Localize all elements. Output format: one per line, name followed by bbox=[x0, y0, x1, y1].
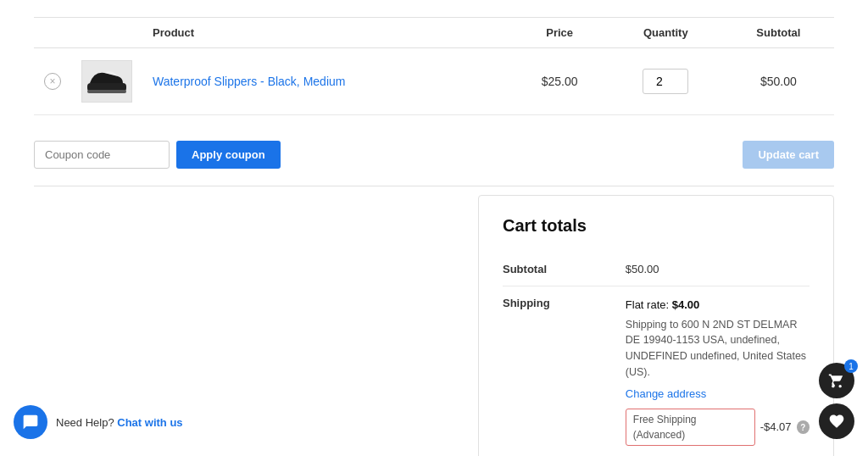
product-name-link[interactable]: Waterproof Slippers - Black, Medium bbox=[153, 75, 345, 88]
chat-bubble-button[interactable] bbox=[14, 405, 47, 439]
floating-wishlist-button[interactable] bbox=[819, 403, 854, 439]
subtotal-value: $50.00 bbox=[626, 253, 810, 286]
chat-label: Need Help? Chat with us bbox=[56, 416, 183, 429]
chat-link[interactable]: Chat with us bbox=[117, 416, 182, 429]
cart-badge-count: 1 bbox=[844, 359, 858, 373]
shipping-label: Shipping bbox=[503, 286, 626, 457]
quantity-input[interactable] bbox=[643, 69, 688, 94]
shipping-details-cell: Flat rate: $4.00 Shipping to 600 N 2ND S… bbox=[626, 286, 810, 457]
change-address-link[interactable]: Change address bbox=[626, 386, 810, 403]
col-header-product: Product bbox=[142, 18, 510, 48]
remove-item-button[interactable]: × bbox=[44, 73, 61, 90]
subtotal-row: Subtotal $50.00 bbox=[503, 253, 810, 286]
cart-table: Product Price Quantity Subtotal × bbox=[34, 17, 834, 115]
cart-totals-title: Cart totals bbox=[503, 216, 810, 236]
cart-widget: 1 bbox=[819, 363, 854, 439]
free-shipping-row: Free Shipping (Advanced) -$4.07 ? bbox=[626, 409, 810, 446]
product-subtotal: $50.00 bbox=[760, 75, 797, 88]
col-header-img bbox=[71, 18, 142, 48]
col-header-remove bbox=[34, 18, 71, 48]
cart-totals-panel: Cart totals Subtotal $50.00 Shipping bbox=[478, 195, 834, 456]
floating-cart-button[interactable]: 1 bbox=[819, 363, 854, 398]
flat-rate-text: Flat rate: $4.00 bbox=[626, 297, 810, 314]
totals-table: Subtotal $50.00 Shipping Flat rate: $4.0… bbox=[503, 253, 810, 456]
coupon-input[interactable] bbox=[34, 141, 170, 169]
svg-rect-1 bbox=[87, 90, 126, 93]
product-image bbox=[81, 60, 132, 103]
shipping-address: Shipping to 600 N 2ND ST DELMAR DE 19940… bbox=[626, 317, 810, 381]
apply-coupon-button[interactable]: Apply coupon bbox=[176, 141, 281, 169]
table-row: × Waterproof Slippers - Black, Me bbox=[34, 48, 834, 115]
col-header-subtotal: Subtotal bbox=[723, 18, 834, 48]
shipping-details: Flat rate: $4.00 Shipping to 600 N 2ND S… bbox=[626, 297, 810, 446]
shipping-row: Shipping Flat rate: $4.00 Shipping to 60… bbox=[503, 286, 810, 457]
chat-widget: Need Help? Chat with us bbox=[14, 405, 183, 439]
col-header-quantity: Quantity bbox=[609, 18, 723, 48]
free-shipping-value: -$4.07 bbox=[760, 419, 792, 436]
coupon-left: Apply coupon bbox=[34, 141, 281, 169]
page-wrapper: Product Price Quantity Subtotal × bbox=[0, 0, 868, 456]
col-header-price: Price bbox=[510, 18, 608, 48]
free-shipping-badge: Free Shipping (Advanced) bbox=[626, 409, 755, 446]
product-price: $25.00 bbox=[542, 75, 578, 88]
update-cart-button[interactable]: Update cart bbox=[743, 141, 834, 169]
coupon-row: Apply coupon Update cart bbox=[34, 132, 834, 186]
free-shipping-info-icon[interactable]: ? bbox=[797, 420, 810, 434]
subtotal-label: Subtotal bbox=[503, 253, 626, 286]
